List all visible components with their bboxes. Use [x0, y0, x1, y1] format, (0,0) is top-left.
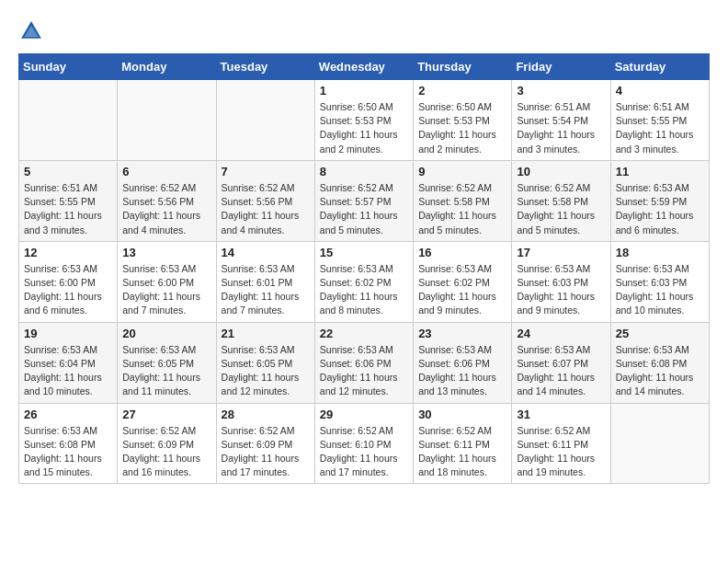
- day-number: 21: [222, 327, 310, 340]
- calendar-cell: [118, 80, 216, 161]
- calendar-cell: 23Sunrise: 6:53 AM Sunset: 6:06 PM Dayli…: [414, 322, 512, 403]
- calendar-cell: 15Sunrise: 6:53 AM Sunset: 6:02 PM Dayli…: [314, 241, 413, 322]
- calendar-cell: 28Sunrise: 6:52 AM Sunset: 6:09 PM Dayli…: [216, 403, 314, 484]
- calendar-cell: 14Sunrise: 6:53 AM Sunset: 6:01 PM Dayli…: [216, 241, 314, 322]
- day-info: Sunrise: 6:52 AM Sunset: 6:09 PM Dayligh…: [222, 424, 310, 480]
- weekday-header-row: SundayMondayTuesdayWednesdayThursdayFrid…: [19, 54, 710, 80]
- day-number: 18: [616, 246, 704, 259]
- day-number: 9: [418, 165, 506, 178]
- calendar-week-5: 26Sunrise: 6:53 AM Sunset: 6:08 PM Dayli…: [19, 403, 710, 484]
- day-info: Sunrise: 6:51 AM Sunset: 5:55 PM Dayligh…: [616, 100, 704, 156]
- calendar-cell: 30Sunrise: 6:52 AM Sunset: 6:11 PM Dayli…: [414, 403, 512, 484]
- day-number: 6: [122, 165, 210, 178]
- day-info: Sunrise: 6:53 AM Sunset: 6:02 PM Dayligh…: [320, 262, 408, 318]
- day-info: Sunrise: 6:53 AM Sunset: 6:03 PM Dayligh…: [517, 262, 605, 318]
- calendar-cell: 11Sunrise: 6:53 AM Sunset: 5:59 PM Dayli…: [610, 160, 709, 241]
- weekday-header-thursday: Thursday: [414, 54, 512, 80]
- day-info: Sunrise: 6:52 AM Sunset: 5:57 PM Dayligh…: [320, 181, 408, 237]
- day-number: 8: [320, 165, 408, 178]
- weekday-header-monday: Monday: [118, 54, 216, 80]
- day-number: 27: [122, 408, 210, 421]
- calendar-cell: 13Sunrise: 6:53 AM Sunset: 6:00 PM Dayli…: [118, 241, 216, 322]
- calendar-cell: 4Sunrise: 6:51 AM Sunset: 5:55 PM Daylig…: [610, 80, 709, 161]
- day-number: 24: [517, 327, 605, 340]
- day-info: Sunrise: 6:52 AM Sunset: 6:09 PM Dayligh…: [122, 424, 210, 480]
- day-info: Sunrise: 6:53 AM Sunset: 5:59 PM Dayligh…: [616, 181, 704, 237]
- calendar-cell: 2Sunrise: 6:50 AM Sunset: 5:53 PM Daylig…: [414, 80, 512, 161]
- calendar-cell: [216, 80, 314, 161]
- day-number: 5: [24, 165, 112, 178]
- calendar-cell: 16Sunrise: 6:53 AM Sunset: 6:02 PM Dayli…: [414, 241, 512, 322]
- day-number: 20: [122, 327, 210, 340]
- logo: [18, 18, 48, 44]
- day-number: 26: [24, 408, 112, 421]
- day-number: 15: [320, 246, 408, 259]
- calendar-cell: [610, 403, 709, 484]
- day-info: Sunrise: 6:52 AM Sunset: 5:56 PM Dayligh…: [122, 181, 210, 237]
- calendar-cell: 8Sunrise: 6:52 AM Sunset: 5:57 PM Daylig…: [314, 160, 413, 241]
- day-info: Sunrise: 6:53 AM Sunset: 6:06 PM Dayligh…: [418, 343, 506, 399]
- day-number: 23: [418, 327, 506, 340]
- calendar-cell: 26Sunrise: 6:53 AM Sunset: 6:08 PM Dayli…: [19, 403, 118, 484]
- calendar-cell: 9Sunrise: 6:52 AM Sunset: 5:58 PM Daylig…: [414, 160, 512, 241]
- day-number: 14: [222, 246, 310, 259]
- day-info: Sunrise: 6:53 AM Sunset: 6:00 PM Dayligh…: [24, 262, 112, 318]
- calendar-cell: 31Sunrise: 6:52 AM Sunset: 6:11 PM Dayli…: [512, 403, 610, 484]
- day-info: Sunrise: 6:53 AM Sunset: 6:08 PM Dayligh…: [24, 424, 112, 480]
- day-number: 7: [222, 165, 310, 178]
- day-info: Sunrise: 6:50 AM Sunset: 5:53 PM Dayligh…: [418, 100, 506, 156]
- page-header: [18, 18, 710, 44]
- calendar-cell: 25Sunrise: 6:53 AM Sunset: 6:08 PM Dayli…: [610, 322, 709, 403]
- day-number: 2: [418, 84, 506, 98]
- calendar-cell: 29Sunrise: 6:52 AM Sunset: 6:10 PM Dayli…: [314, 403, 413, 484]
- calendar-cell: 24Sunrise: 6:53 AM Sunset: 6:07 PM Dayli…: [512, 322, 610, 403]
- day-info: Sunrise: 6:53 AM Sunset: 6:04 PM Dayligh…: [24, 343, 112, 399]
- day-info: Sunrise: 6:52 AM Sunset: 6:10 PM Dayligh…: [320, 424, 408, 480]
- calendar-table: SundayMondayTuesdayWednesdayThursdayFrid…: [18, 53, 710, 484]
- calendar-cell: [19, 80, 118, 161]
- day-info: Sunrise: 6:51 AM Sunset: 5:55 PM Dayligh…: [24, 181, 112, 237]
- day-number: 13: [122, 246, 210, 259]
- weekday-header-tuesday: Tuesday: [216, 54, 314, 80]
- day-info: Sunrise: 6:53 AM Sunset: 6:05 PM Dayligh…: [122, 343, 210, 399]
- day-info: Sunrise: 6:53 AM Sunset: 6:06 PM Dayligh…: [320, 343, 408, 399]
- generalblue-logo-icon: [18, 18, 44, 44]
- day-number: 22: [320, 327, 408, 340]
- calendar-cell: 7Sunrise: 6:52 AM Sunset: 5:56 PM Daylig…: [216, 160, 314, 241]
- day-number: 10: [517, 165, 605, 178]
- calendar-cell: 18Sunrise: 6:53 AM Sunset: 6:03 PM Dayli…: [610, 241, 709, 322]
- day-info: Sunrise: 6:53 AM Sunset: 6:05 PM Dayligh…: [222, 343, 310, 399]
- day-info: Sunrise: 6:53 AM Sunset: 6:01 PM Dayligh…: [222, 262, 310, 318]
- day-number: 28: [222, 408, 310, 421]
- calendar-cell: 17Sunrise: 6:53 AM Sunset: 6:03 PM Dayli…: [512, 241, 610, 322]
- weekday-header-sunday: Sunday: [19, 54, 118, 80]
- calendar-week-3: 12Sunrise: 6:53 AM Sunset: 6:00 PM Dayli…: [19, 241, 710, 322]
- day-info: Sunrise: 6:53 AM Sunset: 6:07 PM Dayligh…: [517, 343, 605, 399]
- day-number: 29: [320, 408, 408, 421]
- day-info: Sunrise: 6:50 AM Sunset: 5:53 PM Dayligh…: [320, 100, 408, 156]
- day-info: Sunrise: 6:51 AM Sunset: 5:54 PM Dayligh…: [517, 100, 605, 156]
- day-info: Sunrise: 6:53 AM Sunset: 6:08 PM Dayligh…: [616, 343, 704, 399]
- day-info: Sunrise: 6:53 AM Sunset: 6:02 PM Dayligh…: [418, 262, 506, 318]
- day-info: Sunrise: 6:53 AM Sunset: 6:00 PM Dayligh…: [122, 262, 210, 318]
- calendar-cell: 10Sunrise: 6:52 AM Sunset: 5:58 PM Dayli…: [512, 160, 610, 241]
- calendar-week-4: 19Sunrise: 6:53 AM Sunset: 6:04 PM Dayli…: [19, 322, 710, 403]
- day-info: Sunrise: 6:52 AM Sunset: 5:58 PM Dayligh…: [517, 181, 605, 237]
- day-info: Sunrise: 6:52 AM Sunset: 6:11 PM Dayligh…: [418, 424, 506, 480]
- day-info: Sunrise: 6:52 AM Sunset: 6:11 PM Dayligh…: [517, 424, 605, 480]
- day-number: 4: [616, 84, 704, 98]
- calendar-cell: 22Sunrise: 6:53 AM Sunset: 6:06 PM Dayli…: [314, 322, 413, 403]
- day-number: 16: [418, 246, 506, 259]
- day-number: 30: [418, 408, 506, 421]
- day-number: 25: [616, 327, 704, 340]
- calendar-cell: 19Sunrise: 6:53 AM Sunset: 6:04 PM Dayli…: [19, 322, 118, 403]
- calendar-cell: 1Sunrise: 6:50 AM Sunset: 5:53 PM Daylig…: [314, 80, 413, 161]
- calendar-cell: 3Sunrise: 6:51 AM Sunset: 5:54 PM Daylig…: [512, 80, 610, 161]
- day-number: 11: [616, 165, 704, 178]
- calendar-cell: 6Sunrise: 6:52 AM Sunset: 5:56 PM Daylig…: [118, 160, 216, 241]
- day-number: 19: [24, 327, 112, 340]
- calendar-cell: 20Sunrise: 6:53 AM Sunset: 6:05 PM Dayli…: [118, 322, 216, 403]
- day-info: Sunrise: 6:52 AM Sunset: 5:56 PM Dayligh…: [222, 181, 310, 237]
- day-number: 1: [320, 84, 408, 98]
- weekday-header-wednesday: Wednesday: [314, 54, 413, 80]
